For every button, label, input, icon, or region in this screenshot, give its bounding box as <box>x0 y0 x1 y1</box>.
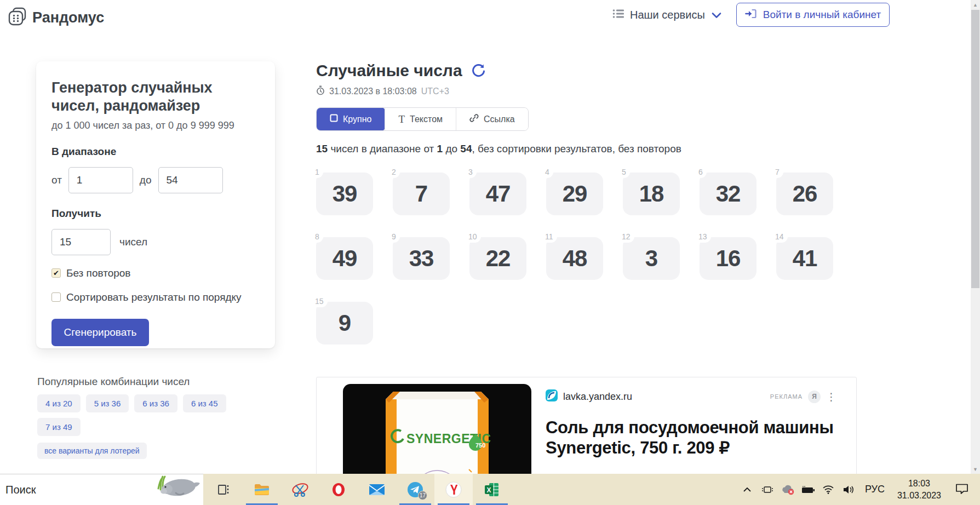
number-tile: 1148 <box>546 237 603 280</box>
ad-headline-link[interactable]: Соль для посудомоечной машины Synergetic… <box>546 418 841 458</box>
view-tabs: Крупно T Текстом Ссылка <box>316 107 529 131</box>
from-label: от <box>51 174 62 186</box>
brand-logo-link[interactable]: Рандомус <box>8 7 104 28</box>
tile-index: 14 <box>775 232 788 243</box>
tab-krupno[interactable]: Крупно <box>316 107 385 131</box>
generator-subtitle: до 1 000 чисел за раз, от 0 до 9 999 999 <box>51 120 260 131</box>
windows-taskbar: Поиск <box>0 474 980 505</box>
scroll-down-arrow[interactable]: ▼ <box>971 464 980 474</box>
tile-index: 8 <box>314 232 323 243</box>
popular-title: Популярные комбинации чисел <box>37 376 289 388</box>
refresh-icon[interactable] <box>471 64 486 78</box>
tab-tekstom[interactable]: T Текстом <box>385 108 456 130</box>
ad-menu-dots-icon[interactable]: ⋮ <box>826 392 836 402</box>
site-header: Рандомус Наши сервисы <box>0 0 971 34</box>
number-tile: 139 <box>316 173 373 215</box>
mail-button[interactable] <box>358 474 396 505</box>
scrollbar-thumb[interactable] <box>971 10 979 288</box>
count-input[interactable] <box>51 229 111 255</box>
generator-card: Генератор случайных чисел, рандомайзер д… <box>36 61 275 348</box>
no-repeats-label: Без повторов <box>66 267 130 279</box>
range-label: В диапазоне <box>51 146 260 158</box>
tile-number: 9 <box>339 310 351 336</box>
no-repeats-option[interactable]: ✔ Без повторов <box>51 267 260 279</box>
sort-option[interactable]: Сортировать результаты по порядку <box>51 291 260 303</box>
combo-link[interactable]: 4 из 20 <box>37 394 81 412</box>
tray-cast-icon[interactable] <box>759 481 776 498</box>
number-tile: 1441 <box>776 237 833 280</box>
to-label: до <box>140 174 152 186</box>
number-tile: 1316 <box>700 237 757 280</box>
number-tile: 632 <box>700 173 757 215</box>
tray-volume-icon[interactable] <box>840 481 857 498</box>
summary-count: 15 <box>316 143 328 154</box>
brand-name: Рандомус <box>32 9 104 26</box>
summary-to: 54 <box>460 143 472 154</box>
to-input[interactable] <box>158 167 223 193</box>
tile-number: 29 <box>563 181 587 207</box>
tray-chevron-up-icon[interactable] <box>739 481 755 498</box>
taskbar-search-box[interactable]: Поиск <box>0 474 203 505</box>
services-label: Наши сервисы <box>630 9 705 21</box>
number-tile: 27 <box>393 173 450 215</box>
link-icon <box>469 113 479 125</box>
tile-number: 49 <box>333 245 357 272</box>
tile-index: 12 <box>621 232 634 243</box>
language-indicator[interactable]: РУС <box>861 484 889 495</box>
tile-number: 7 <box>415 181 427 207</box>
clock-time: 18:03 <box>897 478 941 490</box>
results-section: Случайные числа 31.03.2023 в 18:03:08 UT… <box>316 61 858 345</box>
text-view-icon: T <box>398 114 405 124</box>
snipping-tool-button[interactable] <box>281 474 319 505</box>
combo-link[interactable]: 6 из 36 <box>134 394 177 412</box>
count-label: Получить <box>51 208 260 220</box>
system-tray: РУС 18:03 31.03.2023 <box>739 474 980 505</box>
manatee-image[interactable] <box>151 472 201 505</box>
tab-krupno-label: Крупно <box>343 114 371 124</box>
combo-row: 4 из 205 из 366 из 366 из 457 из 49 <box>37 394 267 436</box>
yandex-browser-button[interactable] <box>434 474 473 505</box>
tile-number: 26 <box>793 181 817 207</box>
services-menu[interactable]: Наши сервисы <box>612 8 721 22</box>
all-lottery-link[interactable]: все варианты для лотерей <box>37 443 147 459</box>
tray-battery-icon[interactable] <box>800 481 816 498</box>
lavka-favicon <box>546 389 558 404</box>
opera-button[interactable] <box>319 474 358 505</box>
combo-link[interactable]: 5 из 36 <box>86 394 129 412</box>
excel-button[interactable]: X <box>473 474 511 505</box>
tab-ssylka[interactable]: Ссылка <box>456 108 528 130</box>
login-label: Войти в личный кабинет <box>763 9 881 21</box>
numbers-grid: 1392734742951863272684993310221148123131… <box>316 173 853 345</box>
generate-button[interactable]: Сгенерировать <box>51 319 149 346</box>
no-repeats-checkbox[interactable]: ✔ <box>51 268 61 278</box>
telegram-button[interactable]: 17 <box>396 474 434 505</box>
timestamp-text: 31.03.2023 в 18:03:08 <box>329 87 417 96</box>
from-input[interactable] <box>68 167 133 193</box>
task-view-button[interactable] <box>204 474 243 505</box>
number-tile: 429 <box>546 173 603 215</box>
yandex-ad-icon[interactable]: Я <box>808 391 821 403</box>
sort-checkbox[interactable] <box>51 292 61 302</box>
ad-site-link[interactable]: lavka.yandex.ru <box>563 391 632 403</box>
combo-link[interactable]: 7 из 49 <box>37 418 81 436</box>
summary-from: 1 <box>437 143 443 154</box>
tile-index: 11 <box>545 232 557 243</box>
combo-link[interactable]: 6 из 45 <box>183 394 226 412</box>
tray-wifi-icon[interactable] <box>820 481 836 498</box>
count-row: чисел <box>51 229 260 255</box>
number-tile: 123 <box>623 237 680 280</box>
tile-index: 15 <box>314 297 328 307</box>
page-scrollbar[interactable]: ▲ ▼ <box>971 0 980 474</box>
tile-number: 48 <box>563 245 587 272</box>
tile-index: 9 <box>391 232 400 243</box>
results-summary: 15 чисел в диапазоне от 1 до 54, без сор… <box>316 143 858 155</box>
tray-onedrive-error-icon[interactable] <box>780 481 796 498</box>
login-button[interactable]: Войти в личный кабинет <box>736 3 890 27</box>
file-explorer-button[interactable] <box>243 474 281 505</box>
action-center-icon[interactable] <box>949 482 975 497</box>
sort-label: Сортировать результаты по порядку <box>66 291 242 303</box>
login-icon <box>745 9 757 21</box>
clock[interactable]: 18:03 31.03.2023 <box>893 478 945 501</box>
scroll-up-arrow[interactable]: ▲ <box>971 0 980 9</box>
tab-ssylka-label: Ссылка <box>484 114 515 124</box>
